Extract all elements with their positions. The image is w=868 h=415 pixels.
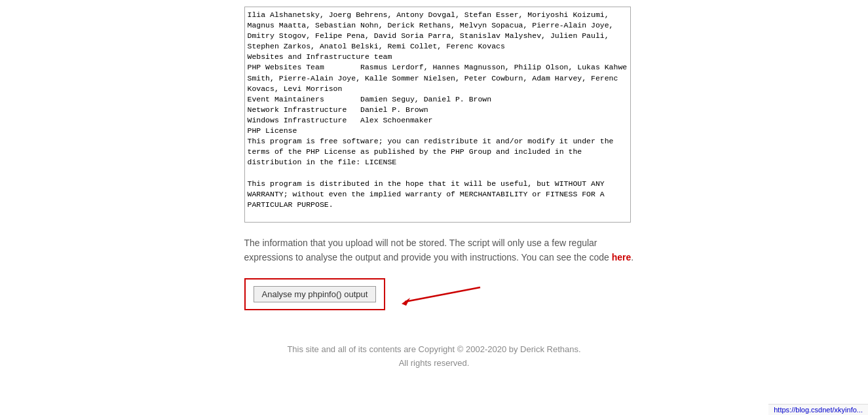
footer-line2: All rights reserved.	[0, 357, 868, 370]
analyse-button[interactable]: Analyse my phpinfo() output	[254, 286, 377, 302]
footer-line1: This site and all of its contents are Co…	[0, 343, 868, 357]
arrow-container	[398, 281, 483, 307]
info-text-part1: The information that you upload will not…	[244, 238, 612, 262]
status-url: https://blog.csdnet/xkyinfo...	[774, 406, 863, 414]
textarea-wrapper	[244, 7, 631, 223]
here-link[interactable]: here	[612, 252, 632, 262]
info-text-part2: .	[631, 252, 633, 262]
content-area: The information that you upload will not…	[0, 0, 868, 323]
page-wrapper: The information that you upload will not…	[0, 0, 868, 415]
phpinfo-textarea[interactable]	[244, 7, 631, 223]
footer: This site and all of its contents are Co…	[0, 323, 868, 384]
info-paragraph: The information that you upload will not…	[244, 236, 637, 265]
button-section: Analyse my phpinfo() output	[244, 278, 729, 310]
status-bar: https://blog.csdnet/xkyinfo...	[768, 404, 868, 415]
main-content: The information that you upload will not…	[231, 0, 742, 323]
svg-line-0	[405, 287, 480, 302]
red-box-highlight: Analyse my phpinfo() output	[244, 278, 386, 310]
arrow-icon	[398, 281, 483, 307]
